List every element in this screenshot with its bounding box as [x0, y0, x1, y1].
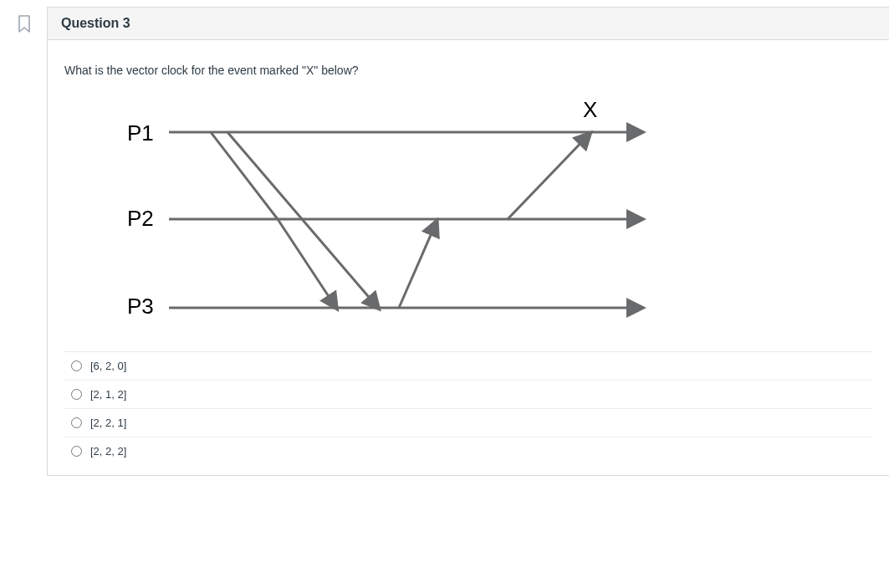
answer-label[interactable]: [2, 1, 2] [90, 388, 126, 401]
answer-radio[interactable] [71, 360, 82, 371]
answer-radio[interactable] [71, 389, 82, 400]
question-card: Question 3 What is the vector clock for … [47, 7, 889, 476]
answer-option[interactable]: [2, 2, 1] [64, 409, 872, 437]
question-header: Question 3 [48, 8, 889, 40]
process-label-p1: P1 [127, 120, 154, 146]
answer-radio[interactable] [71, 446, 82, 457]
answer-option[interactable]: [2, 2, 2] [64, 437, 872, 465]
answer-radio[interactable] [71, 417, 82, 428]
svg-line-3 [211, 132, 278, 219]
answer-label[interactable]: [2, 2, 1] [90, 417, 126, 429]
bookmark-icon[interactable] [17, 15, 32, 33]
question-title: Question 3 [61, 16, 130, 30]
svg-line-6 [399, 222, 437, 308]
svg-line-7 [508, 134, 590, 219]
question-body: What is the vector clock for the event m… [48, 40, 889, 475]
vector-clock-diagram: P1 P2 P3 X [64, 92, 872, 351]
process-label-p3: P3 [127, 294, 154, 319]
answer-option[interactable]: [6, 2, 0] [64, 352, 872, 381]
question-prompt: What is the vector clock for the event m… [64, 64, 872, 77]
answer-label[interactable]: [6, 2, 0] [90, 360, 126, 372]
process-label-p2: P2 [127, 206, 154, 231]
answer-list: [6, 2, 0] [2, 1, 2] [2, 2, 1] [2, 2, 2] [64, 351, 872, 465]
answer-option[interactable]: [2, 1, 2] [64, 381, 872, 409]
answer-label[interactable]: [2, 2, 2] [90, 445, 126, 458]
svg-line-4 [278, 219, 336, 308]
event-x-label: X [583, 97, 597, 122]
